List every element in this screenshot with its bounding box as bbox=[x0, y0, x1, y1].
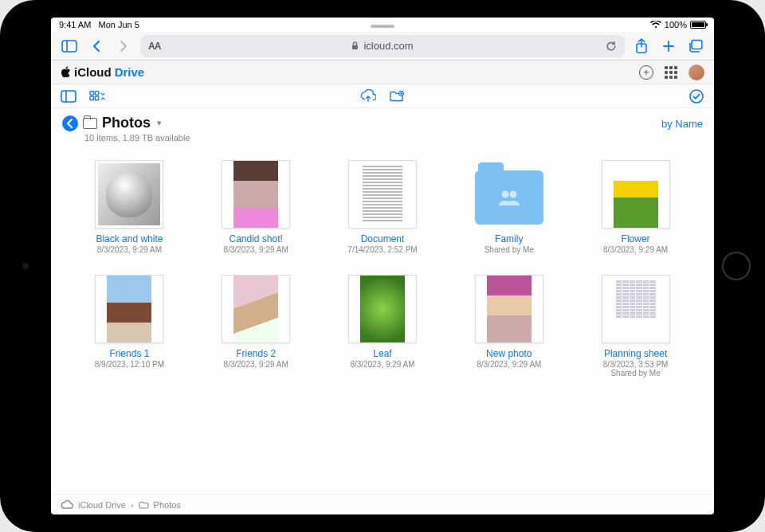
refresh-icon[interactable] bbox=[606, 41, 617, 52]
svg-rect-9 bbox=[90, 96, 94, 100]
file-meta: 8/3/2023, 9:29 AM bbox=[224, 245, 288, 254]
svg-rect-0 bbox=[62, 41, 76, 52]
apple-logo-icon bbox=[61, 66, 71, 78]
new-folder-icon[interactable] bbox=[389, 88, 405, 104]
file-meta: 8/3/2023, 3:53 PM bbox=[603, 360, 669, 369]
back-icon[interactable] bbox=[86, 36, 107, 57]
svg-rect-8 bbox=[95, 91, 99, 95]
file-title: Leaf bbox=[373, 348, 391, 359]
thumbnail bbox=[222, 275, 290, 343]
svg-point-12 bbox=[690, 90, 703, 103]
files-area: Black and white 8/3/2023, 9:29 AM Candid… bbox=[51, 146, 714, 494]
file-meta: 8/3/2023, 9:29 AM bbox=[477, 360, 541, 369]
file-title: Candid shot! bbox=[230, 233, 283, 244]
screen: 9:41 AM Mon Jun 5 100% bbox=[51, 18, 714, 514]
home-button[interactable] bbox=[722, 252, 751, 280]
chevron-down-icon[interactable]: ▾ bbox=[157, 118, 162, 128]
file-item[interactable]: Friends 1 8/9/2023, 12:10 PM bbox=[70, 275, 189, 377]
bottom-breadcrumb: iCloud Drive › Photos bbox=[51, 494, 714, 514]
svg-rect-10 bbox=[95, 96, 99, 100]
thumbnail bbox=[95, 160, 163, 229]
thumbnail bbox=[602, 160, 670, 229]
folder-subtitle: 10 items, 1.89 TB available bbox=[84, 133, 190, 143]
breadcrumb-area: Photos ▾ 10 items, 1.89 TB available by … bbox=[51, 108, 714, 146]
file-title: Family bbox=[495, 233, 523, 244]
app-launcher-icon[interactable] bbox=[665, 66, 677, 79]
multitask-pill[interactable] bbox=[371, 25, 394, 28]
file-title: Friends 1 bbox=[109, 348, 149, 359]
file-item[interactable]: Flower 8/3/2023, 9:29 AM bbox=[576, 160, 695, 254]
sidebar-toggle-icon[interactable] bbox=[59, 36, 80, 57]
folder-title[interactable]: Photos bbox=[102, 115, 151, 131]
new-tab-icon[interactable] bbox=[658, 36, 679, 57]
file-meta: 8/3/2023, 9:29 AM bbox=[224, 360, 288, 369]
svg-rect-2 bbox=[352, 45, 358, 50]
safari-toolbar: AA icloud.com bbox=[51, 32, 714, 61]
file-meta-2: Shared by Me bbox=[610, 369, 660, 377]
file-title: Flower bbox=[622, 233, 650, 244]
file-title: New photo bbox=[486, 348, 532, 359]
status-left: 9:41 AM Mon Jun 5 bbox=[59, 20, 139, 29]
folder-icon bbox=[83, 118, 97, 129]
svg-point-14 bbox=[509, 191, 516, 198]
file-item[interactable]: Friends 2 8/3/2023, 9:29 AM bbox=[197, 275, 316, 377]
crumb-leaf[interactable]: Photos bbox=[154, 500, 181, 510]
folder-item[interactable]: Family Shared by Me bbox=[449, 160, 568, 254]
svg-point-13 bbox=[501, 191, 508, 198]
file-meta: 8/3/2023, 9:29 AM bbox=[603, 245, 668, 254]
icloud-header: iCloud Drive + bbox=[51, 61, 714, 84]
brand[interactable]: iCloud Drive bbox=[61, 65, 144, 79]
file-item[interactable]: New photo 8/3/2023, 9:29 AM bbox=[449, 275, 568, 377]
view-options-icon[interactable] bbox=[89, 88, 105, 104]
file-meta: Shared by Me bbox=[484, 245, 534, 254]
file-meta: 7/14/2023, 2:52 PM bbox=[347, 245, 417, 254]
camera-dot bbox=[22, 263, 29, 269]
text-size-icon[interactable]: AA bbox=[148, 41, 160, 52]
file-item[interactable]: Candid shot! 8/3/2023, 9:29 AM bbox=[197, 160, 316, 254]
battery-text: 100% bbox=[665, 20, 687, 29]
thumbnail bbox=[95, 275, 163, 343]
thumbnail bbox=[348, 275, 417, 343]
share-icon[interactable] bbox=[631, 36, 652, 57]
file-meta: 8/9/2023, 12:10 PM bbox=[95, 360, 164, 369]
ipad-frame: 9:41 AM Mon Jun 5 100% bbox=[0, 0, 765, 532]
crumb-root[interactable]: iCloud Drive bbox=[78, 500, 126, 510]
svg-rect-4 bbox=[692, 40, 702, 49]
status-time: 9:41 AM bbox=[59, 20, 91, 29]
brand-right: Drive bbox=[115, 65, 145, 79]
status-right: 100% bbox=[650, 20, 706, 29]
url-field[interactable]: AA icloud.com bbox=[140, 35, 625, 57]
lock-icon bbox=[351, 41, 359, 50]
avatar[interactable] bbox=[688, 65, 704, 80]
back-button[interactable] bbox=[62, 115, 78, 131]
svg-rect-7 bbox=[90, 91, 94, 95]
forward-icon bbox=[113, 36, 134, 57]
file-title: Planning sheet bbox=[604, 348, 667, 359]
chevron-right-icon: › bbox=[131, 500, 134, 510]
file-meta: 8/3/2023, 9:29 AM bbox=[350, 360, 414, 369]
thumbnail bbox=[348, 160, 417, 229]
folder-mini-icon bbox=[139, 501, 149, 509]
thumbnail bbox=[475, 275, 543, 343]
file-item[interactable]: Leaf 8/3/2023, 9:29 AM bbox=[324, 275, 442, 377]
panel-toggle-icon[interactable] bbox=[61, 88, 76, 104]
file-item[interactable]: Planning sheet 8/3/2023, 3:53 PM Shared … bbox=[576, 275, 695, 377]
people-icon bbox=[496, 188, 522, 207]
file-title: Document bbox=[361, 233, 405, 244]
tabs-icon[interactable] bbox=[685, 36, 706, 57]
header-actions: + bbox=[639, 65, 704, 80]
action-toolbar bbox=[51, 84, 714, 108]
thumbnail bbox=[602, 275, 670, 343]
file-item[interactable]: Black and white 8/3/2023, 9:29 AM bbox=[70, 160, 189, 254]
thumbnail bbox=[475, 160, 543, 229]
file-item[interactable]: Document 7/14/2023, 2:52 PM bbox=[324, 160, 442, 254]
cloud-icon bbox=[61, 500, 73, 509]
file-title: Black and white bbox=[96, 233, 163, 244]
files-grid: Black and white 8/3/2023, 9:29 AM Candid… bbox=[70, 160, 695, 377]
svg-rect-5 bbox=[61, 91, 76, 102]
sort-button[interactable]: by Name bbox=[661, 115, 703, 130]
upload-icon[interactable] bbox=[360, 88, 376, 104]
select-icon[interactable] bbox=[688, 88, 704, 104]
file-title: Friends 2 bbox=[236, 348, 276, 359]
create-icon[interactable]: + bbox=[639, 65, 653, 80]
